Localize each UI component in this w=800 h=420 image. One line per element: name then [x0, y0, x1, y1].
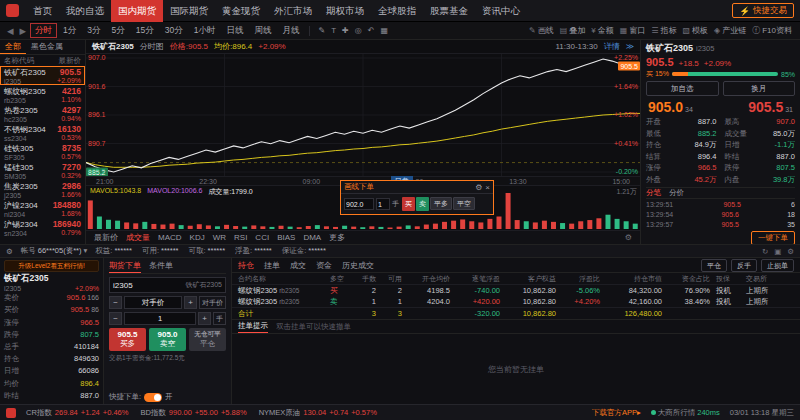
column-header-8[interactable]: 浮盈比	[562, 274, 606, 284]
period-tab-10[interactable]: 月线	[277, 23, 304, 38]
dialog-button-4[interactable]: 平空	[453, 197, 475, 210]
action-button-反手[interactable]: 反手	[731, 259, 757, 272]
refresh-icon[interactable]: ↻	[762, 247, 768, 256]
col-name-header[interactable]: 名称代码	[4, 55, 34, 66]
caret-icon[interactable]: ▾	[84, 246, 88, 256]
menu-item-4[interactable]: 国际期货	[163, 0, 215, 22]
sidebar-tab-2[interactable]: 黑色金属	[26, 40, 68, 54]
toolbar-tool-2[interactable]: ▤叠加	[557, 25, 589, 36]
period-tab-4[interactable]: 5分	[107, 23, 130, 38]
menu-item-6[interactable]: 外汇市场	[267, 0, 319, 22]
cross-tool-icon[interactable]: ✚	[339, 26, 352, 35]
dialog-titlebar[interactable]: 画线下单 ⚙ ×	[341, 181, 493, 194]
contract-field[interactable]: i2305 铁矿石2305	[109, 277, 226, 293]
chart-contract-name[interactable]: 铁矿石2305	[92, 41, 134, 52]
buy-long-button[interactable]: 905.5买多	[109, 328, 146, 351]
qty-plus-button[interactable]: +	[198, 312, 211, 325]
indicator-tab-MACD[interactable]: MACD	[158, 233, 182, 242]
menu-item-1[interactable]: 首页	[26, 0, 59, 22]
column-header-7[interactable]: 客户权益	[506, 274, 562, 284]
column-header-12[interactable]: 交易所	[746, 274, 794, 284]
one-click-order-button[interactable]: 一键下单	[751, 231, 795, 245]
account-gear-icon[interactable]: ⚙	[6, 247, 13, 256]
dialog-gear-icon[interactable]: ⚙	[475, 183, 482, 192]
toolbar-tool-1[interactable]: ✎画线	[526, 25, 557, 36]
watchlist-row[interactable]: 硅铁305SF30587350.57%	[0, 142, 85, 161]
watchlist-row[interactable]: 锰硅305SM30572700.32%	[0, 161, 85, 180]
watchlist-row[interactable]: 不锈钢2304ss2304161300.53%	[0, 123, 85, 142]
undo-icon[interactable]: ↶	[365, 26, 378, 35]
dialog-button-2[interactable]: 卖	[416, 197, 429, 211]
indicator-gear-icon[interactable]: ⚙	[625, 233, 632, 242]
qty-minus-button[interactable]: −	[109, 312, 122, 325]
more-icon[interactable]: ≫	[626, 42, 634, 51]
indicator-tab-更多[interactable]: 更多	[329, 232, 345, 243]
order-tab-2[interactable]: 条件单	[149, 260, 173, 273]
toolbar-tool-3[interactable]: ¥金额	[588, 25, 616, 36]
dialog-close-icon[interactable]: ×	[485, 183, 490, 192]
menu-item-10[interactable]: 资讯中心	[475, 0, 527, 22]
level2-upgrade-banner[interactable]: 升级Level2看五档行情!	[4, 260, 99, 272]
period-tab-6[interactable]: 30分	[160, 23, 188, 38]
menu-item-2[interactable]: 我的自选	[59, 0, 111, 22]
watchlist-row[interactable]: 焦炭2305j230529861.66%	[0, 180, 85, 199]
menu-item-9[interactable]: 股票基金	[423, 0, 475, 22]
watchlist-row[interactable]: 铁矿石2305i2305905.5+2.09%	[0, 66, 85, 85]
column-header-4[interactable]: 可用	[382, 274, 408, 284]
dialog-button-1[interactable]: 买	[402, 197, 415, 211]
tick-tab-1[interactable]: 分笔	[646, 188, 661, 198]
col-price-header[interactable]: 最新价	[59, 55, 82, 66]
indicator-tab-KDJ[interactable]: KDJ	[190, 233, 205, 242]
position-row[interactable]: 螺纹钢2305rb2305卖114204.0+420.0010,862.80+4…	[232, 296, 800, 307]
price-mode-tag[interactable]: 对手价	[199, 296, 226, 309]
app-logo[interactable]	[6, 4, 19, 17]
price-minus-button[interactable]: −	[109, 296, 122, 309]
price-plus-button[interactable]: +	[184, 296, 197, 309]
menu-item-5[interactable]: 黄金现货	[215, 0, 267, 22]
positions-tab-挂单[interactable]: 挂单	[264, 260, 280, 271]
indicator-tab-成交量[interactable]: 成交量	[126, 232, 150, 243]
action-button-平仓[interactable]: 平仓	[701, 259, 727, 272]
column-header-2[interactable]: 多空	[330, 274, 356, 284]
market-ticker[interactable]: NYMEX原油130.04+0.74+0.57%	[259, 408, 377, 418]
action-button-止损单[interactable]: 止损单	[761, 259, 794, 272]
menu-item-8[interactable]: 全球股指	[371, 0, 423, 22]
sidebar-tab-1[interactable]: 全部	[0, 40, 26, 54]
column-header-6[interactable]: 逐笔浮盈	[456, 274, 506, 284]
watchlist-row[interactable]: 螺纹钢2305rb230542161.10%	[0, 85, 85, 104]
draw-order-dialog[interactable]: 画线下单 ⚙ × 手 买卖平多平空	[340, 180, 494, 215]
quick-order-toggle[interactable]	[144, 393, 162, 402]
forward-icon[interactable]: ▶	[18, 26, 29, 36]
chart-detail-link[interactable]: 详情	[604, 41, 620, 52]
price-chart-pane[interactable]: 905.5 885.2 907.0901.6896.1890.7885.2+2.…	[86, 54, 640, 176]
dialog-qty-input[interactable]	[376, 198, 390, 210]
watchlist-row[interactable]: 沪镍2304ni23041848801.68%	[0, 199, 85, 218]
period-tab-7[interactable]: 1小时	[189, 23, 221, 38]
indicator-tab-BIAS[interactable]: BIAS	[277, 233, 295, 242]
indicator-tab-RSI[interactable]: RSI	[234, 233, 247, 242]
price-mode-select[interactable]: 对手价	[124, 296, 182, 309]
column-header-9[interactable]: 持仓市值	[606, 274, 668, 284]
positions-tab-资金[interactable]: 资金	[316, 260, 332, 271]
period-tab-9[interactable]: 周线	[249, 23, 276, 38]
market-ticker[interactable]: BD指数990.00+55.00+5.88%	[140, 408, 246, 418]
indicator-tab-最新价[interactable]: 最新价	[94, 232, 118, 243]
settings-gear-icon[interactable]: ⚙	[787, 247, 794, 256]
positions-tab-历史成交[interactable]: 历史成交	[342, 260, 374, 271]
toolbar-tool-7[interactable]: ◈产业链	[711, 25, 749, 36]
circle-tool-icon[interactable]: ◎	[352, 26, 365, 35]
quote-contract-name[interactable]: 铁矿石2305	[646, 42, 693, 55]
dialog-price-input[interactable]	[344, 198, 374, 210]
position-row[interactable]: 螺纹钢2305rb2305买224198.5-740.0010,862.80-5…	[232, 285, 800, 296]
period-tab-5[interactable]: 15分	[131, 23, 159, 38]
column-header-3[interactable]: 手数	[356, 274, 382, 284]
toolbar-tool-4[interactable]: ▦窗口	[617, 25, 649, 36]
app-download-link[interactable]: 下载官方APP▸	[592, 408, 641, 418]
column-header-5[interactable]: 开仓均价	[408, 274, 456, 284]
watchlist-row[interactable]: 沪锡2304sn23041869400.79%	[0, 218, 85, 237]
period-tab-1[interactable]: 分时	[30, 23, 57, 38]
column-header-1[interactable]: 合约名称	[238, 274, 330, 284]
toolbar-tool-8[interactable]: ⓕF10资料	[749, 25, 795, 36]
column-header-11[interactable]: 投保	[716, 274, 746, 284]
period-tab-8[interactable]: 日线	[221, 23, 248, 38]
